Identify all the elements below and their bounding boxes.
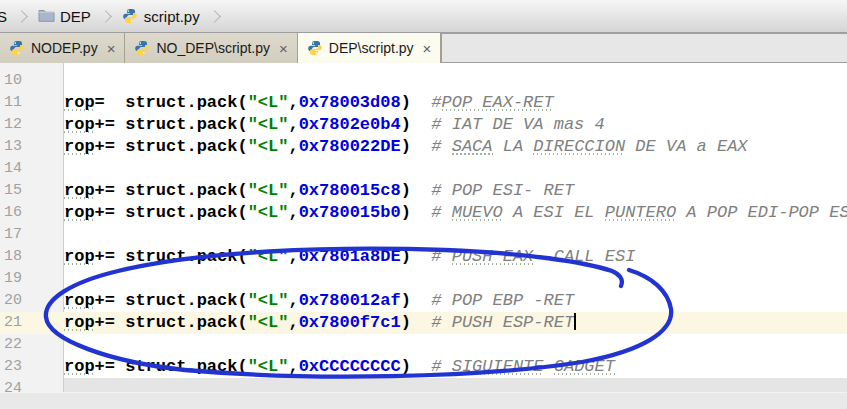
- line-number-15[interactable]: 15: [0, 180, 60, 202]
- line-number-16[interactable]: 16: [0, 202, 60, 224]
- code-line-15[interactable]: rop+= struct.pack("<L",0x780015c8) # POP…: [64, 180, 847, 202]
- code-token: ): [401, 203, 432, 222]
- code-token: A ESI EL: [503, 203, 605, 222]
- code-token: #: [431, 203, 451, 222]
- breadcrumb-item-clipped[interactable]: S: [0, 8, 9, 25]
- line-number-13[interactable]: 13: [0, 136, 60, 158]
- code-token: ): [401, 181, 432, 200]
- code-token: ,: [288, 291, 298, 310]
- code-editor[interactable]: 101112131415161718192021222324 rop= stru…: [0, 63, 847, 409]
- code-token: "<L": [248, 203, 289, 222]
- code-token: #: [431, 93, 441, 112]
- code-token: ): [401, 357, 432, 376]
- code-token: 0x780015c8: [299, 181, 401, 200]
- code-token: 0x780012af: [299, 291, 401, 310]
- close-icon[interactable]: ×: [279, 41, 288, 56]
- code-token: POP EAX-RET: [442, 93, 554, 112]
- folder-icon: [38, 8, 54, 24]
- line-number-18[interactable]: 18: [0, 246, 60, 268]
- tab-no-dep-script-py[interactable]: NO_DEP\script.py ×: [125, 33, 297, 63]
- code-token: ,: [288, 93, 298, 112]
- code-line-10[interactable]: [64, 70, 847, 92]
- code-line-11[interactable]: rop= struct.pack("<L",0x78003d08) #POP E…: [64, 92, 847, 114]
- code-token: rop: [64, 137, 95, 156]
- code-token: += struct.pack(: [95, 137, 248, 156]
- breadcrumb-item-script[interactable]: script.py: [120, 8, 202, 25]
- line-number-19[interactable]: 19: [0, 268, 60, 290]
- code-token: += struct.pack(: [95, 357, 248, 376]
- tab-label: DEP\script.py: [329, 40, 414, 56]
- line-number-12[interactable]: 12: [0, 114, 60, 136]
- code-line-13[interactable]: rop+= struct.pack("<L",0x780022DE) # SAC…: [64, 136, 847, 158]
- breadcrumb: S DEP script.py: [0, 0, 847, 33]
- code-token: SIGUIENTE: [452, 357, 544, 376]
- editor-bottom-panel: [0, 392, 847, 409]
- code-token: PUNTERO: [605, 203, 676, 222]
- code-token: PUSH EAX: [452, 247, 534, 266]
- code-token: += struct.pack(: [95, 313, 248, 332]
- code-token: "<L": [248, 115, 289, 134]
- code-line-16[interactable]: rop+= struct.pack("<L",0x780015b0) # MUE…: [64, 202, 847, 224]
- code-token: rop: [64, 93, 95, 112]
- tab-label: NO_DEP\script.py: [156, 40, 270, 56]
- line-number-14[interactable]: 14: [0, 158, 60, 180]
- line-number-21[interactable]: 21: [0, 312, 60, 334]
- code-line-22[interactable]: [64, 334, 847, 356]
- code-token: rop: [64, 203, 95, 222]
- code-token: "<L": [248, 291, 289, 310]
- line-number-10[interactable]: 10: [0, 70, 60, 92]
- gutter-numbers: 101112131415161718192021222324: [0, 70, 60, 400]
- chevron-right-icon: [99, 10, 112, 23]
- code-line-14[interactable]: [64, 158, 847, 180]
- code-token: DE VA a EAX: [625, 137, 747, 156]
- code-token: 0x780015b0: [299, 203, 401, 222]
- code-token: DIRECCION: [533, 137, 625, 156]
- line-number-23[interactable]: 23: [0, 356, 60, 378]
- tab-dep-script-py[interactable]: DEP\script.py ×: [298, 33, 442, 63]
- tab-bar-empty-space: [441, 33, 847, 63]
- code-token: [544, 357, 554, 376]
- code-token: ): [401, 115, 432, 134]
- code-token: #: [431, 357, 451, 376]
- code-token: += struct.pack(: [95, 181, 248, 200]
- code-line-23[interactable]: rop+= struct.pack("<L",0xCCCCCCCC) # SIG…: [64, 356, 847, 378]
- code-token: ): [401, 291, 432, 310]
- code-line-18[interactable]: rop+= struct.pack("<L",0x7801a8DE) # PUS…: [64, 246, 847, 268]
- breadcrumb-item-dep[interactable]: DEP: [36, 8, 93, 25]
- code-token: ,: [288, 115, 298, 134]
- code-token: "<L": [248, 137, 289, 156]
- code-token: 0x7800f7c1: [299, 313, 401, 332]
- code-token: GADGET: [554, 357, 615, 376]
- code-line-17[interactable]: [64, 224, 847, 246]
- code-token: # PUSH ESP-RET: [431, 313, 574, 332]
- code-token: += struct.pack(: [95, 247, 248, 266]
- ide-window: S DEP script.py NODEP.py ×: [0, 0, 847, 409]
- line-number-22[interactable]: 22: [0, 334, 60, 356]
- code-token: rop: [64, 313, 95, 332]
- close-icon[interactable]: ×: [107, 41, 116, 56]
- code-line-19[interactable]: [64, 268, 847, 290]
- text-caret: [574, 313, 576, 330]
- code-token: += struct.pack(: [95, 115, 248, 134]
- code-token: ,: [288, 313, 298, 332]
- breadcrumb-label: DEP: [60, 8, 91, 25]
- line-number-11[interactable]: 11: [0, 92, 60, 114]
- code-token: = struct.pack(: [95, 93, 248, 112]
- code-token: ): [401, 93, 432, 112]
- line-number-20[interactable]: 20: [0, 290, 60, 312]
- code-token: ,: [288, 247, 298, 266]
- code-token: SACA: [452, 137, 493, 156]
- code-token: 0xCCCCCCCC: [299, 357, 401, 376]
- code-area[interactable]: rop= struct.pack("<L",0x78003d08) #POP E…: [64, 70, 847, 400]
- line-number-17[interactable]: 17: [0, 224, 60, 246]
- code-line-20[interactable]: rop+= struct.pack("<L",0x780012af) # POP…: [64, 290, 847, 312]
- tab-nodep-py[interactable]: NODEP.py ×: [0, 33, 125, 63]
- code-token: # POP EBP -RET: [431, 291, 574, 310]
- chevron-right-icon: [15, 10, 28, 23]
- code-line-12[interactable]: rop+= struct.pack("<L",0x7802e0b4) # IAT…: [64, 114, 847, 136]
- code-token: ,: [288, 137, 298, 156]
- code-token: "<L": [248, 357, 289, 376]
- code-line-21[interactable]: rop+= struct.pack("<L",0x7800f7c1) # PUS…: [64, 312, 847, 334]
- close-icon[interactable]: ×: [423, 41, 432, 56]
- code-token: MUEVO: [452, 203, 503, 222]
